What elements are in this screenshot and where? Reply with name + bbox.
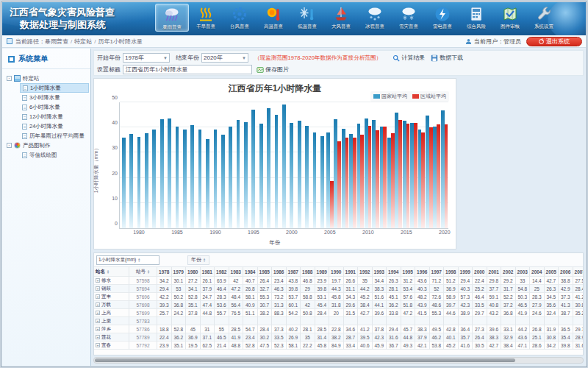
station-name-cell[interactable]: +宜丰 <box>94 293 129 301</box>
regional-avg-bar[interactable] <box>376 130 379 228</box>
regional-avg-bar[interactable] <box>383 127 387 229</box>
column-header-year-1992[interactable]: 1992 <box>358 267 373 277</box>
regional-avg-bar[interactable] <box>398 120 402 228</box>
station-name-cell[interactable]: +上高 <box>94 309 129 317</box>
save-image-button[interactable]: 保存图片 <box>257 66 289 74</box>
station-name-cell[interactable]: +上栗 <box>94 317 129 325</box>
tree-item-等值线绘图[interactable]: 等值线绘图 <box>20 150 89 160</box>
regional-avg-bar[interactable] <box>368 126 372 228</box>
national-avg-bar[interactable] <box>168 118 171 228</box>
tree-group-1[interactable]: -特定站 <box>7 74 89 83</box>
legend-item[interactable]: 区域站平均 <box>412 93 446 100</box>
row-expander-icon[interactable]: + <box>96 343 100 347</box>
regional-avg-bar[interactable] <box>330 181 334 228</box>
national-avg-bar[interactable] <box>251 110 255 228</box>
scrollbar-thumb[interactable] <box>95 358 515 362</box>
tree-item-24小时降水量[interactable]: 24小时降水量 <box>20 121 89 131</box>
column-header-year-2005[interactable]: 2005 <box>545 267 559 277</box>
national-avg-bar[interactable] <box>320 136 324 228</box>
column-header-id[interactable]: 站号▲▼ <box>129 267 157 277</box>
station-name-cell[interactable]: +宜春 <box>94 342 129 350</box>
national-avg-bar[interactable] <box>229 127 232 228</box>
national-avg-bar[interactable] <box>313 132 317 228</box>
row-expander-icon[interactable]: + <box>96 335 100 339</box>
column-header-year-1990[interactable]: 1990 <box>329 267 344 277</box>
regional-avg-bar[interactable] <box>353 138 356 228</box>
column-header-name[interactable]: 站名▲▼ <box>94 267 129 277</box>
row-expander-icon[interactable]: + <box>96 319 100 323</box>
tree-group-2[interactable]: -产品图制作 <box>7 141 89 150</box>
row-expander-icon[interactable]: + <box>96 311 100 315</box>
row-expander-icon[interactable]: + <box>96 302 100 307</box>
regional-avg-bar[interactable] <box>345 138 349 228</box>
column-header-year-1979[interactable]: 1979 <box>172 267 187 277</box>
column-header-year-1996[interactable]: 1996 <box>415 267 430 277</box>
nav-item-12[interactable]: 系统设置 <box>527 4 561 32</box>
column-header-year-1983[interactable]: 1983 <box>229 267 244 277</box>
column-header-year-1978[interactable]: 1978 <box>157 267 172 277</box>
column-header-year-1982[interactable]: 1982 <box>215 267 229 277</box>
station-name-cell[interactable]: +萍乡 <box>94 325 129 333</box>
national-avg-bar[interactable] <box>190 125 194 228</box>
column-header-year-1993[interactable]: 1993 <box>373 267 387 277</box>
regional-avg-bar[interactable] <box>337 141 341 228</box>
regional-avg-bar[interactable] <box>421 132 425 228</box>
horizontal-scrollbar[interactable] <box>93 357 584 364</box>
national-avg-bar[interactable] <box>221 135 225 228</box>
row-expander-icon[interactable]: + <box>96 327 100 331</box>
column-header-year-1981[interactable]: 1981 <box>201 267 215 277</box>
tree-item-3小时降水量[interactable]: 3小时降水量 <box>20 93 89 102</box>
row-expander-icon[interactable]: + <box>96 286 100 291</box>
national-avg-bar[interactable] <box>237 120 240 228</box>
tree-item-1小时降水量[interactable]: 1小时降水量 <box>20 83 89 93</box>
national-avg-bar[interactable] <box>214 130 218 228</box>
column-header-year-2003[interactable]: 2003 <box>516 267 531 277</box>
national-avg-bar[interactable] <box>145 133 148 228</box>
national-avg-bar[interactable] <box>198 130 202 228</box>
nav-item-1[interactable]: 暴雨普查 <box>155 4 189 32</box>
station-name-cell[interactable]: +修水 <box>94 277 129 285</box>
end-year-select[interactable]: 2020年▼ <box>201 53 248 63</box>
row-expander-icon[interactable]: + <box>96 294 100 299</box>
regional-avg-bar[interactable] <box>360 135 364 228</box>
column-header-year-1985[interactable]: 1985 <box>258 267 273 277</box>
column-header-year-1995[interactable]: 1995 <box>401 267 416 277</box>
national-avg-bar[interactable] <box>122 138 126 228</box>
column-header-year-2000[interactable]: 2000 <box>473 267 487 277</box>
station-name-cell[interactable]: +万载 <box>94 301 129 309</box>
nav-item-8[interactable]: 雪灾普查 <box>392 4 426 32</box>
nav-item-2[interactable]: 干旱普查 <box>189 4 223 32</box>
national-avg-bar[interactable] <box>206 139 209 228</box>
row-expander-icon[interactable]: + <box>96 278 100 283</box>
national-avg-bar[interactable] <box>160 119 164 228</box>
year-sort-header[interactable]: 年份 ▲▼ <box>187 255 209 265</box>
tree-expander-icon[interactable]: - <box>7 76 12 81</box>
regional-avg-bar[interactable] <box>437 124 440 228</box>
column-header-year-2004[interactable]: 2004 <box>530 267 545 277</box>
regional-avg-bar[interactable] <box>414 123 417 228</box>
national-avg-bar[interactable] <box>275 115 279 228</box>
tree-item-历年暴雨过程平均雨量[interactable]: 历年暴雨过程平均雨量 <box>20 131 89 141</box>
nav-item-3[interactable]: 台风普查 <box>223 4 257 32</box>
national-avg-bar[interactable] <box>183 130 187 228</box>
column-header-year-1980[interactable]: 1980 <box>186 267 201 277</box>
breadcrumb-segment[interactable]: 特定站 <box>74 38 92 45</box>
column-header-year-1999[interactable]: 1999 <box>459 267 473 277</box>
column-header-year-1994[interactable]: 1994 <box>387 267 401 277</box>
nav-item-6[interactable]: 大风普查 <box>324 4 358 32</box>
column-header-year-1998[interactable]: 1998 <box>444 267 459 277</box>
national-avg-bar[interactable] <box>244 122 248 228</box>
column-header-year-1997[interactable]: 1997 <box>430 267 445 277</box>
chart-title-input[interactable]: 江西省历年1小时降水量 <box>123 65 252 74</box>
national-avg-bar[interactable] <box>137 137 141 228</box>
tree-item-6小时降水量[interactable]: 6小时降水量 <box>20 102 89 112</box>
nav-item-9[interactable]: 雷电普查 <box>426 4 459 32</box>
national-avg-bar[interactable] <box>267 108 270 228</box>
column-header-year-1986[interactable]: 1986 <box>272 267 287 277</box>
regional-avg-bar[interactable] <box>445 124 448 228</box>
nav-item-5[interactable]: 低温普查 <box>290 4 324 32</box>
regional-avg-bar[interactable] <box>429 127 433 228</box>
national-avg-bar[interactable] <box>290 123 293 228</box>
tree-expander-icon[interactable]: - <box>7 143 12 148</box>
column-header-year-1989[interactable]: 1989 <box>315 267 330 277</box>
